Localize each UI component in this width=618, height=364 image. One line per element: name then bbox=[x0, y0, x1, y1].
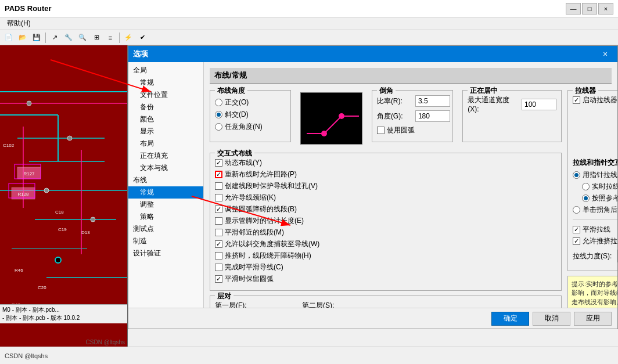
radio-finger-pull-label: 用指针拉线 bbox=[583, 170, 617, 180]
radio-finger-pull[interactable]: 用指针拉线 bbox=[573, 170, 617, 180]
pcb-status: M0 - 副本 - 副本.pcb... - 副本 - 副本.pcb - 版本 1… bbox=[0, 304, 127, 323]
radio-realtime[interactable]: 实时拉线 bbox=[573, 182, 617, 192]
puller-group-label: 拉线器 bbox=[573, 86, 598, 96]
cb-keep-arc[interactable]: 平滑时保留圆弧 bbox=[215, 274, 556, 284]
tree-item-testpoint[interactable]: 测试点 bbox=[128, 223, 203, 235]
maximize-button[interactable]: □ bbox=[582, 3, 597, 15]
menu-bar: 帮助(H) bbox=[0, 17, 618, 30]
svg-text:C19: C19 bbox=[58, 227, 67, 232]
cb-dynamic-label: 动态布线(Y) bbox=[225, 158, 262, 168]
svg-text:C18: C18 bbox=[55, 210, 64, 215]
dialog-close-button[interactable]: × bbox=[598, 48, 613, 60]
puller-group: 拉线器 启动拉线器(T) bbox=[567, 90, 617, 271]
tb-layers[interactable]: ≡ bbox=[104, 32, 117, 44]
angle-preview-svg bbox=[301, 93, 362, 145]
options-dialog: 选项 × 全局 常规 文件位置 备份 颜色 显示 布局 正在填充 文本与线 布线 bbox=[128, 45, 618, 329]
tree-item-filelocation[interactable]: 文件位置 bbox=[128, 89, 203, 101]
radio-ref-pull-circle bbox=[582, 194, 590, 202]
radio-click-corner-circle bbox=[573, 206, 580, 214]
tree-item-manufacture[interactable]: 制造 bbox=[128, 235, 203, 247]
section-header: 布线/常规 bbox=[210, 68, 612, 84]
cb-push-obstacle-label: 推挤时，线段绕开障碍物(H) bbox=[225, 251, 311, 261]
cb-dynamic-box bbox=[215, 159, 222, 167]
radio-diagonal-circle bbox=[215, 111, 222, 118]
app-window: PADS Router — □ × 帮助(H) 📄 📂 💾 ↗ 🔧 🔍 ⊞ ≡ … bbox=[0, 0, 618, 364]
radio-diagonal-label: 斜交(D) bbox=[225, 110, 249, 120]
max-channel-input[interactable] bbox=[522, 99, 556, 110]
tree-item-routing-adjust[interactable]: 调整 bbox=[128, 199, 203, 211]
tree-item-backup[interactable]: 备份 bbox=[128, 101, 203, 113]
minimize-button[interactable]: — bbox=[566, 3, 581, 15]
apply-button[interactable]: 应用 bbox=[574, 312, 612, 326]
radio-orthogonal-circle bbox=[215, 99, 222, 106]
right-column: 拉线器 启动拉线器(T) bbox=[567, 90, 617, 308]
cb-puller-enable[interactable]: 启动拉线器(T) bbox=[573, 95, 617, 105]
radio-click-corner[interactable]: 单击拐角后拉线(I) bbox=[573, 205, 617, 215]
layer1-col: 第一层(F): 1 - 顶面 bbox=[215, 301, 290, 308]
radio-any-angle-label: 任意角度(N) bbox=[225, 122, 263, 132]
cb-puller-enable-label: 启动拉线器(T) bbox=[583, 95, 617, 105]
radio-diagonal[interactable]: 斜交(D) bbox=[215, 110, 286, 120]
cb-arc-obstacle[interactable]: 调整圆弧障碍的线段(B) bbox=[215, 204, 556, 214]
angle-group-label: 布线角度 bbox=[215, 86, 247, 96]
tree-item-routing-general[interactable]: 常规 bbox=[128, 186, 203, 199]
ratio-input[interactable] bbox=[415, 95, 450, 107]
cb-reRoute-box bbox=[215, 171, 222, 178]
tb-drc[interactable]: ✔ bbox=[136, 32, 149, 44]
two-column-layout: 布线角度 正交(O) 斜交(D) bbox=[210, 90, 612, 308]
tree-item-global[interactable]: 全局 bbox=[128, 64, 203, 77]
tree-item-fill[interactable]: 正在填充 bbox=[128, 150, 203, 162]
radio-orthogonal[interactable]: 正交(O) bbox=[215, 98, 286, 107]
angle-preview bbox=[300, 92, 362, 145]
tree-item-display[interactable]: 显示 bbox=[128, 125, 203, 138]
cb-smooth-finish[interactable]: 完成时平滑导线(C) bbox=[215, 262, 556, 272]
use-arc-cb[interactable]: 使用圆弧 bbox=[377, 125, 448, 135]
cb-protect[interactable]: 创建线段时保护导线和过孔(V) bbox=[215, 181, 556, 191]
ok-button[interactable]: 确定 bbox=[491, 312, 529, 326]
cancel-button[interactable]: 取消 bbox=[533, 312, 570, 326]
radio-orthogonal-label: 正交(O) bbox=[225, 98, 249, 107]
cb-smooth-finish-box bbox=[215, 264, 222, 271]
cb-push-obstacle[interactable]: 推挤时，线段绕开障碍物(H) bbox=[215, 251, 556, 261]
tree-item-general[interactable]: 常规 bbox=[128, 77, 203, 89]
cb-smooth-near[interactable]: 平滑邻近的线段(M) bbox=[215, 228, 556, 237]
radio-any-angle[interactable]: 任意角度(N) bbox=[215, 122, 286, 132]
cb-pin-length-label: 显示管脚对的估计长度(E) bbox=[225, 216, 304, 226]
tree-item-textline[interactable]: 文本与线 bbox=[128, 162, 203, 174]
ratio-row: 比率(R): bbox=[377, 95, 448, 107]
radio-click-corner-label: 单击拐角后拉线(I) bbox=[583, 205, 617, 215]
tree-item-dv[interactable]: 设计验证 bbox=[128, 247, 203, 260]
cb-allow-push[interactable]: 允许推挤拉线器背后的导线 bbox=[573, 236, 617, 246]
tb-route[interactable]: 🔧 bbox=[62, 32, 75, 44]
angle-input[interactable] bbox=[415, 110, 450, 122]
left-column: 布线角度 正交(O) 斜交(D) bbox=[210, 90, 562, 308]
tb-new[interactable]: 📄 bbox=[2, 32, 15, 44]
tree-item-routing-strategy[interactable]: 策略 bbox=[128, 211, 203, 223]
close-button[interactable]: × bbox=[598, 3, 613, 15]
tb-grid[interactable]: ⊞ bbox=[90, 32, 103, 44]
cb-neck[interactable]: 允许导线颈缩(K) bbox=[215, 193, 556, 203]
tb-open[interactable]: 📂 bbox=[16, 32, 29, 44]
pull-force-select[interactable]: 弱 中 强 bbox=[617, 250, 617, 262]
tb-zoom[interactable]: 🔍 bbox=[76, 32, 89, 44]
tree-item-layout[interactable]: 布局 bbox=[128, 138, 203, 150]
tb-select[interactable]: ↗ bbox=[48, 32, 61, 44]
cb-protect-label: 创建线段时保护导线和过孔(V) bbox=[225, 181, 318, 191]
cb-pin-length[interactable]: 显示管脚对的估计长度(E) bbox=[215, 216, 556, 226]
cb-smooth-pull[interactable]: 平滑拉线 bbox=[573, 225, 617, 235]
svg-point-26 bbox=[91, 217, 95, 222]
menu-help[interactable]: 帮助(H) bbox=[2, 17, 35, 30]
tb-auto[interactable]: ⚡ bbox=[122, 32, 135, 44]
tree-item-color[interactable]: 颜色 bbox=[128, 113, 203, 125]
cb-diagonal-cap[interactable]: 允许以斜交角度捕获至导线(W) bbox=[215, 239, 556, 249]
cb-dynamic[interactable]: 动态布线(Y) bbox=[215, 158, 556, 168]
cb-keep-arc-label: 平滑时保留圆弧 bbox=[225, 274, 274, 284]
cb-puller-enable-box bbox=[573, 96, 580, 104]
center-group: 正在居中 最大通道宽度(X): bbox=[462, 90, 562, 142]
tb-save[interactable]: 💾 bbox=[30, 32, 43, 44]
tree-item-routing[interactable]: 布线 bbox=[128, 174, 203, 186]
cb-diagonal-cap-box bbox=[215, 240, 222, 248]
cb-reRoute[interactable]: 重新布线时允许回路(P) bbox=[215, 170, 556, 179]
radio-ref-pull[interactable]: 按照参考拉线 bbox=[573, 193, 617, 203]
cb-neck-box bbox=[215, 194, 222, 201]
